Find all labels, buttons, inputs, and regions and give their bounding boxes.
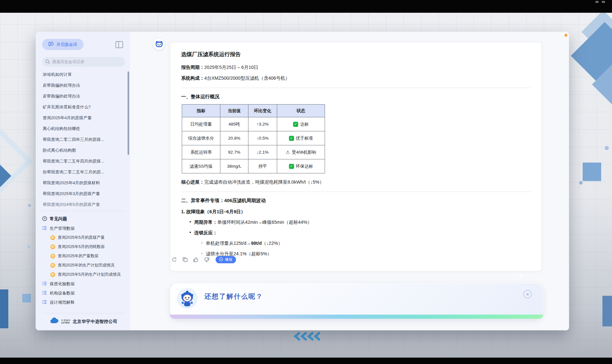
metrics-table: 指标 当前值 环比变化 状态 日均处理量 485吨 ↑3.2% 达标: [182, 104, 325, 173]
sub-bullet-pre: 单机处理量从125t/d→: [206, 241, 251, 246]
search-icon: [45, 59, 50, 65]
desktop-background: 开启新会话 浓缩机如何计算 皮带跑偏的处理办法 皮带跑偏的处理办法 矿井瓦斯浓度…: [0, 13, 612, 358]
thumbs-up-icon[interactable]: [193, 257, 199, 263]
message-actions: 播放: [171, 256, 236, 263]
history-item[interactable]: 卧式离心机结构图: [42, 145, 125, 156]
faq-title: 常见问题: [50, 216, 67, 222]
column-header: 环比变化: [248, 105, 277, 117]
history-item[interactable]: 皮带跑偏的处理办法: [42, 80, 125, 91]
play-icon: [219, 257, 223, 262]
faq-item-label: 查询2025年5月的消耗数据: [58, 244, 105, 250]
history-search: [42, 57, 125, 67]
coin-icon: [50, 263, 55, 268]
cell-indicator: 系统运转率: [182, 145, 220, 159]
history-item[interactable]: 矿井瓦斯浓度标准是什么?: [42, 102, 125, 113]
coin-icon: [50, 254, 55, 258]
company-logo-icon: [50, 317, 59, 326]
chevron-decoration: [293, 331, 320, 341]
table-row: 系统运转率 92.7% ↓2.1% 受406机影响: [182, 145, 325, 159]
cell-change: 持平: [248, 159, 277, 173]
faq-section-label: 煤质化验数据: [50, 281, 75, 287]
faq-section-label: 机电设备数据: [50, 290, 75, 296]
search-input[interactable]: [42, 57, 125, 67]
sparkle-decoration: [519, 274, 523, 279]
divider: [181, 88, 531, 88]
column-header: 状态: [277, 105, 325, 117]
faq-item-label: 查询2025年5月的生产计划完成情况: [58, 272, 121, 277]
section2-title: 二、异常事件专项：406压滤机周期波动: [181, 198, 531, 204]
faq-item[interactable]: 查询2025年5月的原煤产量: [42, 233, 125, 242]
core-progress-label: 核心进展：: [181, 179, 204, 185]
regenerate-icon[interactable]: [171, 257, 177, 263]
top-bar: [0, 0, 612, 13]
sidebar-collapse-icon[interactable]: [115, 41, 123, 48]
report-title: 选煤厂压滤系统运行报告: [181, 51, 531, 58]
history-item[interactable]: 帮我查询2025年4月的原煤材料: [42, 178, 125, 188]
sub-bullet-post: （↓22%）: [262, 241, 283, 246]
sub-bullet-item: 滤饼水分升至24.1%（超标5%）: [201, 251, 531, 257]
chat-main: 选煤厂压滤系统运行报告 报告周期：2025年5月25日 – 6月10日 系统构成…: [130, 32, 569, 330]
bar-decoration: [602, 296, 612, 326]
close-icon[interactable]: ✕: [523, 290, 532, 298]
sidebar-scrollbar[interactable]: [128, 71, 129, 155]
app-window: 开启新会话 浓缩机如何计算 皮带跑偏的处理办法 皮带跑偏的处理办法 矿井瓦斯浓度…: [36, 32, 569, 330]
play-button[interactable]: 播放: [216, 256, 236, 263]
history-item[interactable]: 你帮我查询二零二五年三月的原...: [42, 167, 125, 178]
sub-bullet-item: 单机处理量从125t/d→98t/d（↓22%）: [201, 240, 531, 246]
faq-section-design[interactable]: 设计规范解释: [42, 298, 125, 307]
new-chat-icon: [48, 42, 54, 47]
cell-status: 达标: [277, 117, 325, 131]
table-row: 日均处理量 485吨 ↑3.2% 达标: [182, 117, 325, 131]
cell-change: ↓2.1%: [248, 145, 277, 159]
history-item[interactable]: 查询2025年4月的原煤产量: [42, 113, 125, 123]
faq-section-production[interactable]: 生产管理数据: [42, 224, 125, 233]
company-name: 北京华宇中选智控公司: [73, 319, 117, 324]
history-item[interactable]: 帮我查询2025年3月的原煤产量: [42, 188, 125, 199]
history-item[interactable]: 帮我查询2024年5月的原煤产量: [42, 199, 125, 210]
subsection-title: 1. 故障现象（6月1日–6月9日）: [181, 209, 531, 215]
diamond-decoration: [0, 127, 33, 195]
bullet-item: 周期异常：单循环时间从42min→峰值65min（超标44%）: [189, 219, 531, 225]
status-text: 受406机影响: [292, 149, 316, 155]
report-system: 系统构成：4台XMZ500/2000型压滤机（含406号机）: [181, 75, 531, 81]
thumbs-down-icon[interactable]: [203, 257, 210, 263]
faq-header: ? 常见问题: [42, 214, 125, 224]
history-item[interactable]: 帮我查询二零二四年三月的原煤...: [42, 134, 125, 145]
report-system-label: 系统构成：: [181, 76, 204, 81]
column-header: 指标: [182, 105, 220, 117]
cell-change: ↓0.5%: [248, 131, 277, 145]
faq-item[interactable]: 查询2025年5月的生产计划完成情况: [42, 270, 125, 279]
history-item[interactable]: 离心机结构包括哪些: [42, 123, 125, 134]
bullet-item: 连锁反应：: [189, 230, 531, 236]
coin-icon: [50, 235, 55, 240]
cell-value: 20.8%: [220, 131, 248, 145]
faq-item-label: 查询2025年的产量数据: [58, 253, 99, 259]
dot-decoration: [27, 245, 30, 248]
bullet-label: 连锁反应：: [194, 230, 218, 235]
faq-item[interactable]: 查询2025年5月的消耗数据: [42, 242, 125, 251]
cell-status: 环保达标: [277, 159, 325, 173]
faq-section-coal-quality[interactable]: 煤质化验数据: [42, 279, 125, 288]
new-chat-button[interactable]: 开启新会话: [42, 39, 84, 50]
faq-section-equipment[interactable]: 机电设备数据: [42, 288, 125, 298]
divider: [181, 192, 531, 192]
prompt-question[interactable]: 还想了解什么呢？: [204, 292, 263, 301]
table-row: 滤液SS均值 38mg/L 持平 环保达标: [182, 159, 325, 173]
history-item[interactable]: 帮我查询二零二五年四月的原煤...: [42, 156, 125, 167]
table-row: 综合滤饼水分 20.8% ↓0.5% 优于标准: [182, 131, 325, 145]
copy-icon[interactable]: [182, 257, 188, 263]
cell-indicator: 日均处理量: [182, 117, 220, 131]
cell-change: ↑3.2%: [248, 117, 277, 131]
history-item[interactable]: 皮带跑偏的处理办法: [42, 91, 125, 102]
cell-indicator: 综合滤饼水分: [182, 131, 220, 145]
report-system-value: 4台XMZ500/2000型压滤机（含406号机）: [204, 76, 290, 81]
cube-decoration: [583, 163, 601, 181]
prompt-card[interactable]: 还想了解什么呢？ ✕: [170, 283, 543, 319]
bullet-label: 周期异常：: [194, 220, 218, 225]
cell-value: 92.7%: [220, 145, 248, 159]
assistant-avatar: [153, 38, 165, 50]
history-item[interactable]: 浓缩机如何计算: [42, 69, 125, 80]
faq-item[interactable]: 查询2025年的生产计划完成情况: [42, 261, 125, 270]
faq-item[interactable]: 查询2025年的产量数据: [42, 251, 125, 261]
table-header-row: 指标 当前值 环比变化 状态: [182, 105, 325, 117]
